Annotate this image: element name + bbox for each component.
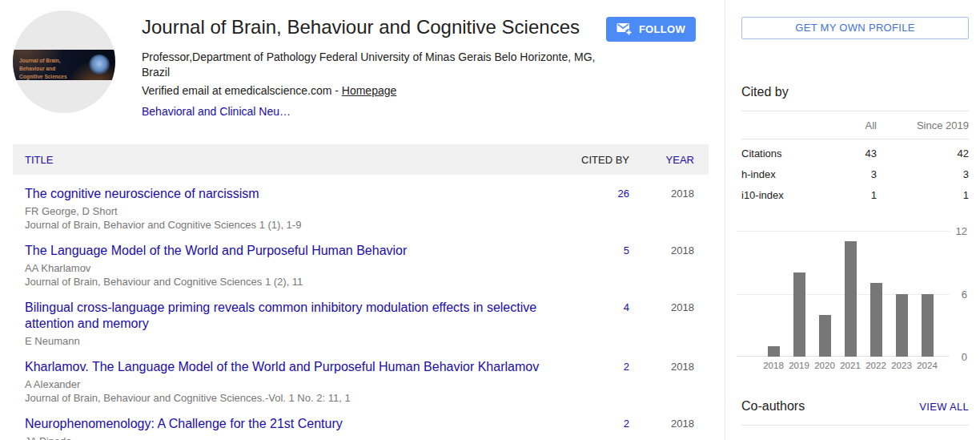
chart-y-tick: 6 [962,288,967,300]
publication-title-link[interactable]: Neurophenomenology: A Challenge for the … [25,417,343,430]
chart-bar[interactable] [922,294,934,357]
metric-value-all: 1 [821,188,877,202]
chart-bar[interactable] [896,294,908,357]
divider [741,425,969,426]
avatar-banner-image: Journal of Brain, Behaviour and Cognitiv… [13,50,115,80]
get-my-own-profile-button[interactable]: GET MY OWN PROFILE [741,17,969,39]
publication-title-link[interactable]: The Language Model of the World and Purp… [25,244,407,257]
chart-bar-group[interactable]: 2022 [863,231,889,357]
chart-bar-group[interactable]: 2021 [837,231,863,357]
publication-year: 2018 [671,418,694,430]
metric-row: Citations 43 42 [741,147,969,160]
publication-row: Kharlamov. The Language Model of the Wor… [13,348,709,405]
view-all-coauthors-link[interactable]: VIEW ALL [919,401,969,413]
avatar-banner-text: Journal of Brain, Behaviour and Cognitiv… [19,57,82,80]
metric-value-since: 1 [877,188,969,202]
publication-year: 2018 [671,188,694,200]
chart-x-label: 2021 [840,361,861,370]
chart-x-label: 2023 [891,361,912,370]
publication-title-link[interactable]: Kharlamov. The Language Model of the Wor… [25,360,539,373]
chart-y-tick: 0 [962,351,967,363]
chart-bar-group[interactable]: 2020 [812,231,837,357]
publications-table-header: TITLE CITED BY YEAR [13,144,709,175]
chart-bar[interactable] [768,346,780,357]
sort-by-title-link[interactable]: TITLE [25,154,53,166]
chart-bar-group[interactable]: 2023 [889,231,914,357]
publication-authors: AA Kharlamov [25,261,557,275]
publication-authors: FR George, D Short [25,204,557,218]
publication-title-link[interactable]: The cognitive neuroscience of narcissism [25,187,259,200]
metrics-table-header: All Since 2019 [741,111,969,139]
cited-by-count-link[interactable]: 4 [624,301,629,313]
cited-by-count-link[interactable]: 26 [618,188,629,200]
main-column: Journal of Brain, Behaviour and Cognitiv… [0,0,725,440]
publication-year: 2018 [671,301,694,313]
profile-affiliation: Professor,Department of Pathology Federa… [142,50,610,80]
chart-y-tick: 12 [956,225,967,237]
profile-avatar[interactable]: Journal of Brain, Behaviour and Cognitiv… [13,10,115,113]
cited-by-count-link[interactable]: 2 [624,361,629,373]
homepage-link[interactable]: Homepage [342,84,397,97]
profile-header: Journal of Brain, Behaviour and Cognitiv… [13,0,725,134]
brain-image-icon [89,54,110,75]
coauthors-heading: Co-authors [741,399,805,414]
metrics-col-all: All [821,119,877,131]
metric-value-since: 42 [877,147,969,160]
citations-chart-yticks: 1260 [948,231,969,357]
metric-label: Citations [741,147,821,160]
metrics-col-since: Since 2019 [877,119,969,131]
sort-by-cited-label: CITED BY [581,154,629,166]
publication-year: 2018 [671,361,694,373]
publication-authors: JA Pineda [25,434,557,440]
metric-value-since: 3 [877,168,969,181]
metrics-table-body: Citations 43 42 h-index 3 3 i10-index 1 … [741,147,969,202]
scholar-profile-page: Journal of Brain, Behaviour and Cognitiv… [0,0,980,440]
cited-by-count-link[interactable]: 2 [624,418,629,430]
metric-label: h-index [741,168,821,181]
follow-button-label: FOLLOW [639,23,685,35]
publication-venue: Journal of Brain, Behavior and Cognitive… [25,218,557,232]
sort-by-year-link[interactable]: YEAR [666,154,694,166]
publication-authors: E Neumann [25,334,557,348]
publication-authors: A Alexander [25,377,557,391]
metric-value-all: 3 [821,168,877,181]
metric-row: i10-index 1 1 [741,188,969,202]
publication-venue: Journal of Brain, Behaviour and Cognitiv… [25,391,557,405]
publication-row: The Language Model of the World and Purp… [13,232,709,289]
cited-by-heading: Cited by [741,85,969,99]
sidebar: GET MY OWN PROFILE Cited by All Since 20… [725,0,980,440]
chart-bar-group[interactable]: 2018 [761,231,786,357]
citations-chart-plot: 2018201920202021202220232024 [741,231,945,357]
metric-label: i10-index [741,188,821,202]
chart-bar[interactable] [870,283,882,357]
chart-x-label: 2020 [814,361,835,370]
follow-button[interactable]: FOLLOW [606,17,696,42]
chart-bar-group[interactable]: 2019 [786,231,812,357]
cited-by-count-link[interactable]: 5 [624,244,629,256]
verified-email-text: Verified email at emedicalscience.com - [142,84,342,97]
publications-table: TITLE CITED BY YEAR The cognitive neuros… [13,144,709,440]
publication-venue: Journal of Brain, Behaviour and Cognitiv… [25,275,557,289]
chart-x-label: 2024 [917,361,938,370]
chart-x-label: 2022 [866,361,886,370]
coauthors-section: Co-authors VIEW ALL [741,399,969,414]
chart-x-label: 2019 [789,361,809,370]
citations-chart: 2018201920202021202220232024 1260 [741,231,969,357]
publication-list: The cognitive neuroscience of narcissism… [13,175,709,440]
interest-link[interactable]: Behavioral and Clinical Neu… [142,105,291,118]
verified-email-line: Verified email at emedicalscience.com - … [142,83,696,99]
metric-row: h-index 3 3 [741,168,969,181]
chart-bar[interactable] [793,272,805,357]
profile-info: Journal of Brain, Behaviour and Cognitiv… [142,10,696,134]
publication-title-link[interactable]: Bilingual cross-language priming reveals… [25,301,536,330]
envelope-plus-icon [617,22,633,36]
profile-name: Journal of Brain, Behaviour and Cognitiv… [142,16,590,38]
chart-x-label: 2018 [763,361,784,370]
publication-row: Neurophenomenology: A Challenge for the … [13,405,709,440]
chart-bar[interactable] [819,315,831,357]
publication-year: 2018 [671,244,694,256]
publication-row: The cognitive neuroscience of narcissism… [13,175,709,232]
metric-value-all: 43 [821,147,877,160]
chart-bar[interactable] [845,241,857,357]
chart-bar-group[interactable]: 2024 [914,231,940,357]
